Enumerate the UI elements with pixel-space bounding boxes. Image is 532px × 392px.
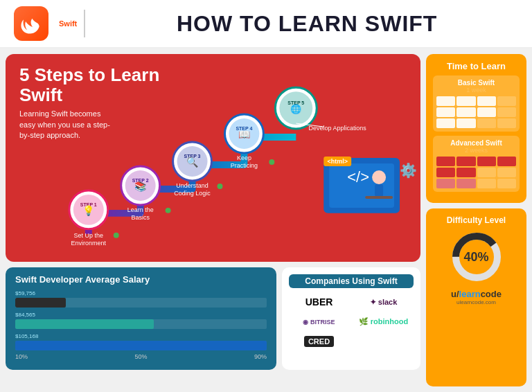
company-bitrise: ◉ BITRISE — [289, 314, 349, 329]
salary-value-2: $84,565 — [15, 312, 267, 318]
advanced-swift-section: Advanced Swift 2 weeks — [433, 136, 520, 192]
svg-text:Keep: Keep — [237, 154, 251, 161]
difficulty-percent: 40% — [463, 250, 488, 265]
svg-text:🔍: 🔍 — [186, 157, 199, 168]
brand-url: ulearncode.com — [451, 299, 502, 305]
steps-section: 5 Steps to Learn Swift Learning Swift be… — [6, 54, 420, 262]
svg-text:</>: </> — [347, 168, 369, 186]
companies-grid: UBER ✦ slack ◉ BITRISE 🌿 robinhood CRED — [289, 294, 414, 350]
salary-bar-3 — [15, 341, 267, 350]
svg-text:💡: 💡 — [82, 205, 95, 217]
svg-text:Coding Logic: Coding Logic — [174, 190, 211, 197]
company-uber: UBER — [289, 294, 349, 310]
salary-title: Swift Developer Average Salary — [15, 274, 267, 285]
grid-cell — [477, 179, 496, 188]
companies-title: Companies Using Swift — [289, 274, 414, 288]
brand-learn: learn — [459, 289, 481, 299]
grid-cell — [497, 179, 516, 188]
advanced-swift-label: Advanced Swift — [436, 139, 516, 147]
main-content: 5 Steps to Learn Swift Learning Swift be… — [0, 48, 532, 392]
companies-box: Companies Using Swift UBER ✦ slack ◉ BIT… — [282, 267, 420, 370]
svg-text:Understand: Understand — [176, 182, 208, 189]
grid-cell — [456, 96, 475, 106]
brand-code: code — [481, 289, 502, 299]
grid-cell — [456, 157, 475, 166]
salary-value-1: $59,756 — [15, 290, 267, 296]
page-title: HOW TO LEARN SWIFT — [96, 11, 518, 37]
time-to-learn-box: Time to Learn Basic Swift 1 week — [426, 54, 526, 203]
grid-cell — [436, 168, 455, 177]
grid-cell — [436, 96, 455, 106]
grid-cell — [477, 107, 496, 117]
svg-point-40 — [166, 208, 171, 213]
grid-cell — [477, 168, 496, 177]
swift-logo-label: Swift — [59, 19, 77, 28]
svg-text:⚙️: ⚙️ — [400, 162, 417, 179]
grid-cell — [436, 118, 455, 128]
grid-cell — [456, 168, 475, 177]
company-robinhood: 🌿 robinhood — [353, 314, 414, 329]
grid-cell — [436, 179, 455, 188]
difficulty-title: Difficulty Level — [447, 215, 506, 225]
company-slack: ✦ slack — [353, 294, 414, 310]
salary-bar-2 — [15, 319, 154, 329]
grid-cell — [497, 168, 516, 177]
staircase-visual: STEP 1 💡 STEP 2 📚 STEP 3 🔍 STEP 4 📖 — [6, 54, 420, 262]
grid-cell — [477, 118, 496, 128]
grid-cell — [456, 179, 475, 188]
svg-point-41 — [217, 184, 222, 189]
grid-cell — [497, 96, 516, 106]
brand-prefix: u/ — [451, 289, 459, 299]
grid-cell — [497, 118, 516, 128]
grid-cell — [456, 107, 475, 117]
svg-text:📖: 📖 — [238, 129, 251, 141]
salary-value-3: $105,168 — [15, 333, 267, 339]
svg-text:Practicing: Practicing — [231, 162, 258, 169]
advanced-swift-grid — [436, 157, 516, 188]
grid-cell — [497, 107, 516, 117]
company-cred: CRED — [289, 333, 349, 350]
svg-text:📚: 📚 — [134, 181, 147, 193]
svg-text:Set Up the: Set Up the — [74, 232, 103, 239]
basic-swift-grid — [436, 96, 516, 128]
salary-percentages: 10% 50% 90% — [15, 353, 267, 360]
grid-cell — [477, 96, 496, 106]
grid-cell — [436, 157, 455, 166]
donut-chart: 40% — [449, 229, 504, 285]
salary-box: Swift Developer Average Salary $59,756 $… — [6, 267, 276, 370]
svg-text:🌐: 🌐 — [290, 103, 302, 115]
advanced-swift-weeks: 2 weeks — [436, 147, 516, 154]
swift-logo — [14, 6, 48, 41]
page-header: Swift HOW TO LEARN SWIFT — [0, 0, 532, 48]
brand-container: u/learncode ulearncode.com — [451, 289, 502, 305]
grid-cell — [477, 157, 496, 166]
ttl-title: Time to Learn — [433, 61, 520, 71]
svg-point-35 — [372, 170, 386, 184]
svg-rect-36 — [375, 184, 383, 197]
svg-text:<html>: <html> — [327, 158, 347, 165]
brand-name: u/learncode — [451, 289, 502, 299]
basic-swift-section: Basic Swift 1 week — [433, 75, 520, 132]
right-sidebar: Time to Learn Basic Swift 1 week — [426, 54, 526, 386]
left-column: 5 Steps to Learn Swift Learning Swift be… — [6, 54, 420, 386]
svg-text:Basics: Basics — [131, 214, 150, 221]
svg-rect-37 — [365, 196, 393, 199]
grid-cell — [497, 157, 516, 166]
svg-text:Environment: Environment — [71, 240, 107, 247]
svg-point-42 — [269, 159, 274, 165]
salary-bar-1 — [15, 298, 66, 308]
grid-cell — [436, 107, 455, 117]
basic-swift-label: Basic Swift — [436, 79, 516, 87]
basic-swift-weeks: 1 week — [436, 87, 516, 93]
bottom-section: Swift Developer Average Salary $59,756 $… — [6, 267, 420, 370]
header-divider — [84, 10, 85, 37]
difficulty-box: Difficulty Level 40% u/learncode ulearnc… — [426, 208, 526, 386]
grid-cell — [456, 118, 475, 128]
svg-point-39 — [114, 233, 119, 238]
svg-text:Learn the: Learn the — [127, 206, 154, 213]
